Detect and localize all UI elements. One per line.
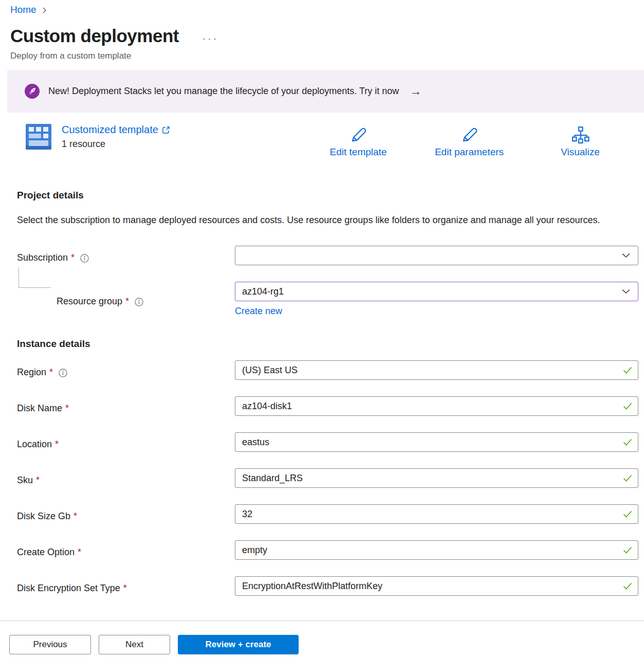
resource-count: 1 resource bbox=[62, 139, 170, 150]
required-asterisk: * bbox=[71, 252, 75, 263]
pencil-icon bbox=[349, 126, 367, 144]
disk-size-row: Disk Size Gb * bbox=[17, 504, 638, 524]
visualize-label: Visualize bbox=[561, 147, 600, 158]
external-link-icon bbox=[162, 126, 170, 134]
disk-size-input[interactable] bbox=[235, 504, 638, 524]
required-asterisk: * bbox=[55, 439, 59, 450]
required-asterisk: * bbox=[125, 296, 129, 307]
review-create-button[interactable]: Review + create bbox=[178, 635, 299, 654]
edit-parameters-label: Edit parameters bbox=[435, 147, 504, 158]
sku-input[interactable] bbox=[235, 468, 638, 488]
instance-details-heading: Instance details bbox=[17, 338, 638, 350]
info-icon[interactable] bbox=[134, 297, 144, 307]
previous-button[interactable]: Previous bbox=[9, 635, 91, 654]
create-option-row: Create Option * bbox=[17, 540, 638, 560]
info-icon[interactable] bbox=[58, 368, 68, 378]
required-asterisk: * bbox=[65, 403, 69, 414]
page-title: Custom deployment bbox=[10, 26, 179, 46]
arrow-right-icon[interactable]: → bbox=[410, 84, 421, 98]
resource-group-value: az104-rg1 bbox=[242, 286, 284, 297]
disk-encryption-set-type-row: Disk Encryption Set Type * bbox=[17, 576, 638, 596]
breadcrumb-home-link[interactable]: Home bbox=[10, 4, 36, 15]
region-label: Region bbox=[17, 367, 46, 378]
hierarchy-icon bbox=[571, 126, 590, 144]
customized-template-link[interactable]: Customized template bbox=[62, 124, 170, 136]
more-menu-button[interactable]: ··· bbox=[203, 34, 219, 44]
required-asterisk: * bbox=[49, 367, 53, 378]
edit-template-label: Edit template bbox=[330, 147, 387, 158]
region-row: Region * bbox=[17, 360, 638, 380]
resource-group-row: Resource group * az104-rg1 Create new bbox=[17, 282, 638, 317]
template-link-label: Customized template bbox=[62, 124, 158, 136]
visualize-button[interactable]: Visualize bbox=[525, 126, 636, 158]
disk-encryption-set-type-label: Disk Encryption Set Type bbox=[17, 583, 120, 594]
chevron-right-icon bbox=[42, 6, 47, 14]
resource-group-label: Resource group bbox=[57, 296, 122, 307]
create-new-link[interactable]: Create new bbox=[235, 306, 282, 317]
edit-parameters-button[interactable]: Edit parameters bbox=[414, 126, 525, 158]
disk-name-input[interactable] bbox=[235, 396, 638, 416]
hierarchy-connector-line bbox=[19, 267, 51, 288]
template-summary: Customized template 1 resource Edit temp… bbox=[10, 124, 638, 164]
resource-group-dropdown[interactable]: az104-rg1 bbox=[235, 282, 638, 301]
location-label: Location bbox=[17, 439, 52, 450]
page-content: Home Custom deployment ··· Deploy from a… bbox=[0, 0, 644, 620]
required-asterisk: * bbox=[78, 547, 81, 558]
subscription-row: Subscription * bbox=[17, 246, 638, 265]
location-input[interactable] bbox=[235, 432, 638, 452]
sku-label: Sku bbox=[17, 475, 33, 486]
edit-template-button[interactable]: Edit template bbox=[303, 126, 414, 158]
template-actions: Edit template Edit parameters Visualize bbox=[303, 126, 636, 158]
subscription-label: Subscription bbox=[17, 252, 68, 263]
banner-message: New! Deployment Stacks let you manage th… bbox=[48, 86, 399, 97]
required-asterisk: * bbox=[36, 475, 40, 486]
region-input[interactable] bbox=[235, 360, 638, 380]
create-option-input[interactable] bbox=[235, 540, 638, 560]
wizard-footer: Previous Next Review + create bbox=[0, 620, 644, 658]
title-row: Custom deployment ··· bbox=[10, 26, 638, 46]
breadcrumb: Home bbox=[10, 4, 638, 15]
create-option-label: Create Option bbox=[17, 547, 75, 558]
project-details-heading: Project details bbox=[17, 190, 638, 201]
template-icon bbox=[26, 124, 51, 152]
deployment-stacks-banner[interactable]: New! Deployment Stacks let you manage th… bbox=[7, 70, 644, 113]
subscription-dropdown[interactable] bbox=[235, 246, 638, 265]
disk-encryption-set-type-input[interactable] bbox=[235, 576, 638, 596]
required-asterisk: * bbox=[123, 583, 127, 594]
required-asterisk: * bbox=[73, 511, 77, 522]
page-subtitle: Deploy from a custom template bbox=[10, 51, 638, 61]
sku-row: Sku * bbox=[17, 468, 638, 488]
next-button[interactable]: Next bbox=[99, 635, 170, 654]
pencil-icon bbox=[460, 126, 479, 144]
disk-name-row: Disk Name * bbox=[17, 396, 638, 416]
location-row: Location * bbox=[17, 432, 638, 452]
rocket-icon bbox=[25, 84, 40, 99]
disk-size-label: Disk Size Gb bbox=[17, 511, 70, 522]
project-details-description: Select the subscription to manage deploy… bbox=[17, 212, 605, 228]
info-icon[interactable] bbox=[80, 253, 89, 263]
disk-name-label: Disk Name bbox=[17, 403, 62, 414]
